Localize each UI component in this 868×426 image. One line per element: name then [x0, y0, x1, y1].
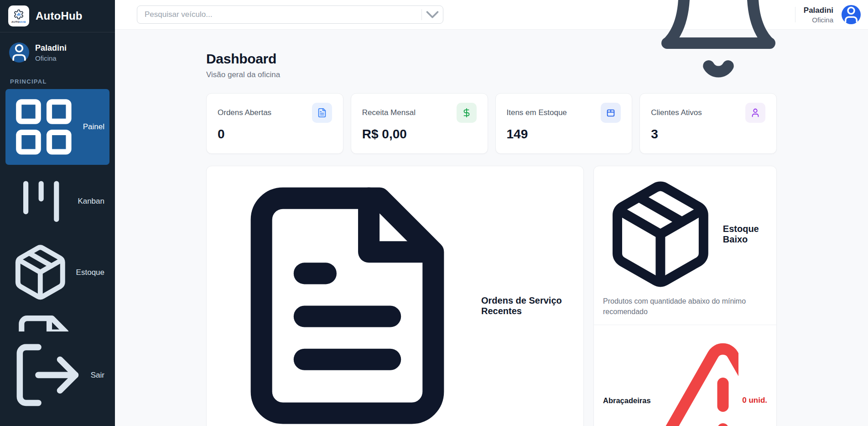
sidebar-item-painel[interactable]: Painel — [5, 89, 109, 165]
stat-label: Receita Mensal — [362, 108, 416, 117]
sidebar-nav: PRINCIPALPainelKanbanEstoqueNotas fiscai… — [0, 65, 115, 331]
stat-label: Clientes Ativos — [651, 108, 702, 117]
stat-card-ordens-abertas: Ordens Abertas0 — [206, 93, 343, 154]
logout-button[interactable]: Sair — [10, 338, 104, 412]
brand-header: AUTOHUB AutoHub — [0, 0, 115, 32]
topbar: Paladini Oficina — [115, 0, 868, 30]
sidebar-footer: Sair — [0, 331, 115, 426]
sidebar-item-label: Painel — [83, 123, 104, 131]
sidebar: AUTOHUB AutoHub Paladini Oficina PRINCIP… — [0, 0, 115, 426]
page-subtitle: Visão geral da oficina — [206, 70, 777, 79]
main-area: Paladini Oficina Dashboard Visão geral d… — [115, 0, 868, 426]
recent-orders-title: Ordens de Serviço Recentes — [481, 295, 572, 316]
user-icon — [842, 5, 861, 24]
file-text-icon — [10, 313, 77, 332]
stat-value: 3 — [651, 127, 765, 142]
file-text-icon — [218, 177, 476, 426]
topbar-user-name: Paladini — [804, 6, 833, 15]
autohub-logo: AUTOHUB — [8, 5, 29, 26]
user-icon — [745, 103, 765, 123]
stat-card-itens-em-estoque: Itens em Estoque149 — [495, 93, 633, 154]
nav-section-label-principal: PRINCIPAL — [10, 78, 105, 85]
warning-icon — [655, 332, 739, 426]
stat-label: Itens em Estoque — [507, 108, 567, 117]
sidebar-item-notas-fiscais[interactable]: Notas fiscais — [5, 308, 109, 332]
stats-row: Ordens Abertas0Receita MensalR$ 0,00Iten… — [206, 93, 777, 154]
topbar-divider — [795, 7, 795, 22]
search-dropdown-button[interactable] — [422, 6, 443, 23]
low-stock-subtitle: Produtos com quantidade abaixo do mínimo… — [603, 296, 767, 317]
stat-card-clientes-ativos: Clientes Ativos3 — [639, 93, 777, 154]
logout-icon — [10, 338, 85, 412]
sidebar-item-label: Estoque — [76, 268, 104, 276]
gear-chart-logo-icon — [13, 9, 24, 20]
product-name: Abraçadeiras — [603, 332, 738, 426]
sidebar-item-label: Kanban — [78, 197, 104, 205]
chevron-down-icon — [422, 5, 443, 24]
low-stock-card: Estoque Baixo Produtos com quantidade ab… — [593, 166, 777, 426]
sidebar-user-role: Oficina — [35, 54, 67, 62]
recent-orders-title-row: Ordens de Serviço Recentes — [218, 177, 572, 426]
stat-value: R$ 0,00 — [362, 127, 477, 142]
grid-icon — [10, 94, 77, 160]
user-icon — [9, 42, 29, 63]
stock-row-abracadeiras: Abraçadeiras0 unid.Categoria: ABRAÇADEIR… — [594, 325, 776, 426]
low-stock-title-row: Estoque Baixo — [603, 177, 767, 292]
user-avatar — [9, 42, 29, 63]
sidebar-user-name: Paladini — [35, 43, 67, 53]
package-icon — [10, 242, 70, 302]
stat-value: 149 — [507, 127, 621, 142]
dollar-icon — [457, 103, 477, 123]
sidebar-user-card: Paladini Oficina — [0, 32, 115, 65]
sidebar-item-estoque[interactable]: Estoque — [5, 238, 109, 307]
stat-label: Ordens Abertas — [218, 108, 271, 117]
stock-quantity: 0 unid. — [742, 396, 767, 405]
package-icon — [603, 177, 718, 292]
search-input[interactable] — [137, 10, 421, 19]
logout-label: Sair — [91, 371, 104, 380]
low-stock-header: Estoque Baixo Produtos com quantidade ab… — [594, 166, 776, 325]
topbar-user-role: Oficina — [804, 16, 833, 24]
stat-card-receita-mensal: Receita MensalR$ 0,00 — [351, 93, 488, 154]
logo-wordmark: AUTOHUB — [11, 21, 26, 23]
recent-orders-card: Ordens de Serviço Recentes Últimas orden… — [206, 166, 584, 426]
kanban-icon — [10, 171, 72, 232]
file-text-icon — [312, 103, 332, 123]
page-title: Dashboard — [206, 51, 777, 67]
vehicle-search-combobox — [137, 5, 443, 24]
stat-value: 0 — [218, 127, 332, 142]
brand-name: AutoHub — [36, 10, 83, 22]
topbar-user-info: Paladini Oficina — [804, 6, 833, 24]
stock-list: Abraçadeiras0 unid.Categoria: ABRAÇADEIR… — [594, 325, 776, 426]
archive-box-icon — [601, 103, 621, 123]
sidebar-item-kanban[interactable]: Kanban — [5, 166, 109, 237]
recent-orders-header: Ordens de Serviço Recentes Últimas orden… — [207, 166, 583, 426]
topbar-avatar[interactable] — [842, 5, 861, 24]
low-stock-title: Estoque Baixo — [723, 224, 767, 245]
page-content: Dashboard Visão geral da oficina Ordens … — [115, 30, 868, 426]
